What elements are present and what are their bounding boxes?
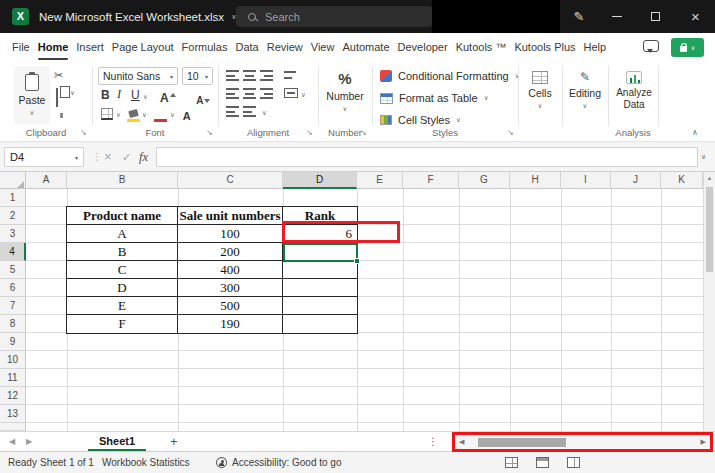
row-header-10[interactable]: 10 bbox=[0, 351, 26, 369]
drag-handle-icon[interactable]: ⋮ bbox=[92, 147, 102, 167]
scroll-left-icon[interactable]: ◀ bbox=[455, 438, 468, 446]
fill-color-icon[interactable] bbox=[128, 109, 139, 118]
row-header-8[interactable]: 8 bbox=[0, 315, 26, 333]
row-header-2[interactable]: 2 bbox=[0, 207, 26, 225]
table-header-product[interactable]: Product name bbox=[67, 207, 178, 225]
expand-formula-bar-icon[interactable]: ∨ bbox=[701, 147, 706, 167]
cell-b5[interactable]: C bbox=[67, 261, 178, 279]
scroll-right-icon[interactable]: ▶ bbox=[697, 438, 710, 446]
cell-c3[interactable]: 100 bbox=[178, 225, 283, 243]
enter-check-icon[interactable]: ✓ bbox=[122, 147, 131, 167]
cell-b7[interactable]: E bbox=[67, 297, 178, 315]
row-header-11[interactable]: 11 bbox=[0, 369, 26, 387]
cut-icon[interactable]: ✂ bbox=[54, 69, 63, 81]
tab-help[interactable]: Help bbox=[580, 33, 611, 62]
tab-home[interactable]: Home bbox=[34, 33, 73, 62]
fill-handle[interactable] bbox=[354, 258, 360, 264]
status-workbook-statistics[interactable]: Workbook Statistics bbox=[102, 452, 190, 473]
tab-page-layout[interactable]: Page Layout bbox=[108, 33, 178, 62]
editing-button[interactable]: ✎ Editing ∨ bbox=[564, 64, 606, 124]
font-color-button[interactable]: A bbox=[183, 110, 191, 122]
sheet-options-icon[interactable]: ⋮ bbox=[428, 432, 438, 452]
chevron-down-icon[interactable]: ∨ bbox=[116, 111, 121, 119]
cell-c5[interactable]: 400 bbox=[178, 261, 283, 279]
collapse-ribbon-icon[interactable]: ∧ bbox=[692, 128, 698, 137]
copy-icon[interactable] bbox=[56, 88, 58, 107]
cell-b6[interactable]: D bbox=[67, 279, 178, 297]
row-header-9[interactable]: 9 bbox=[0, 333, 26, 351]
tab-developer[interactable]: Developer bbox=[394, 33, 452, 62]
share-button[interactable]: ∨ bbox=[671, 38, 704, 57]
underline-button[interactable]: U bbox=[131, 88, 140, 102]
tab-data[interactable]: Data bbox=[231, 33, 262, 62]
cell-b4[interactable]: B bbox=[67, 243, 178, 261]
tab-formulas[interactable]: Formulas bbox=[178, 33, 232, 62]
column-header-d[interactable]: D bbox=[283, 172, 357, 189]
font-size-combo[interactable]: 10 ▾ bbox=[182, 67, 213, 85]
column-header-e[interactable]: E bbox=[357, 172, 403, 189]
dialog-launcher-icon[interactable]: ↘ bbox=[206, 128, 213, 137]
chevron-down-icon[interactable]: ∨ bbox=[143, 93, 148, 101]
tab-view[interactable]: View bbox=[307, 33, 339, 62]
align-bottom-icon[interactable] bbox=[260, 70, 273, 81]
tab-kutools[interactable]: Kutools ™ bbox=[452, 33, 511, 62]
row-header-4[interactable]: 4 bbox=[0, 243, 26, 261]
chevron-down-icon[interactable]: ∨ bbox=[142, 111, 147, 119]
window-title[interactable]: New Microsoft Excel Worksheet.xlsx ∨ bbox=[39, 0, 236, 33]
insert-function-icon[interactable]: fx bbox=[139, 147, 148, 167]
cell-d5[interactable] bbox=[283, 261, 357, 279]
active-cell-selection[interactable] bbox=[283, 243, 358, 262]
cell-c8[interactable]: 190 bbox=[178, 315, 283, 333]
maximize-button[interactable] bbox=[638, 0, 672, 33]
chevron-down-icon[interactable]: ∨ bbox=[70, 89, 75, 97]
italic-button[interactable]: I bbox=[117, 87, 121, 102]
paste-button[interactable]: Paste ∨ bbox=[14, 66, 50, 124]
vertical-scrollbar-thumb[interactable] bbox=[706, 187, 713, 272]
row-header-13[interactable]: 13 bbox=[0, 405, 26, 423]
column-header-i[interactable]: I bbox=[561, 172, 611, 189]
search-box[interactable]: Search bbox=[236, 6, 432, 27]
tab-review[interactable]: Review bbox=[263, 33, 307, 62]
dialog-launcher-icon[interactable]: ↘ bbox=[360, 128, 367, 137]
normal-view-icon[interactable] bbox=[505, 457, 518, 468]
vertical-scrollbar[interactable]: ▲ bbox=[703, 172, 715, 431]
column-header-h[interactable]: H bbox=[510, 172, 561, 189]
cell-c4[interactable]: 200 bbox=[178, 243, 283, 261]
row-header-5[interactable]: 5 bbox=[0, 261, 26, 279]
page-break-view-icon[interactable] bbox=[567, 457, 580, 468]
dialog-launcher-icon[interactable]: ↘ bbox=[80, 128, 87, 137]
borders-icon[interactable] bbox=[101, 108, 113, 120]
comments-icon[interactable] bbox=[643, 40, 659, 52]
row-header-1[interactable]: 1 bbox=[0, 189, 26, 207]
wrap-text-icon[interactable] bbox=[284, 70, 296, 80]
row-header-12[interactable]: 12 bbox=[0, 387, 26, 405]
chevron-down-icon[interactable]: ∨ bbox=[262, 109, 267, 117]
align-center-icon[interactable] bbox=[243, 88, 256, 99]
conditional-formatting-button[interactable]: Conditional Formatting ∨ bbox=[380, 67, 519, 85]
status-accessibility[interactable]: Accessibility: Good to go bbox=[232, 452, 342, 473]
decrease-font-button[interactable]: A bbox=[196, 95, 203, 106]
prev-sheet-icon[interactable]: ◀ bbox=[9, 432, 15, 452]
column-header-a[interactable]: A bbox=[26, 172, 67, 189]
name-box[interactable]: D4 ▾ bbox=[4, 147, 84, 167]
cell-b3[interactable]: A bbox=[67, 225, 178, 243]
cells-button[interactable]: Cells ∨ bbox=[520, 64, 560, 124]
tab-file[interactable]: File bbox=[8, 33, 34, 62]
next-sheet-icon[interactable]: ▶ bbox=[26, 432, 32, 452]
analyze-data-button[interactable]: Analyze Data bbox=[610, 64, 658, 124]
column-header-f[interactable]: F bbox=[403, 172, 459, 189]
page-layout-view-icon[interactable] bbox=[536, 457, 549, 468]
table-header-units[interactable]: Sale unit numbers bbox=[178, 207, 283, 225]
close-button[interactable]: × bbox=[676, 0, 715, 33]
cell-d8[interactable] bbox=[283, 315, 357, 333]
cell-c6[interactable]: 300 bbox=[178, 279, 283, 297]
column-header-j[interactable]: J bbox=[611, 172, 661, 189]
cell-d7[interactable] bbox=[283, 297, 357, 315]
align-top-icon[interactable] bbox=[226, 70, 239, 81]
row-header-3[interactable]: 3 bbox=[0, 225, 26, 243]
dialog-launcher-icon[interactable]: ↘ bbox=[306, 128, 313, 137]
cell-d6[interactable] bbox=[283, 279, 357, 297]
add-sheet-icon[interactable]: + bbox=[170, 432, 178, 452]
formula-input[interactable] bbox=[156, 147, 698, 167]
column-header-k[interactable]: K bbox=[661, 172, 703, 189]
